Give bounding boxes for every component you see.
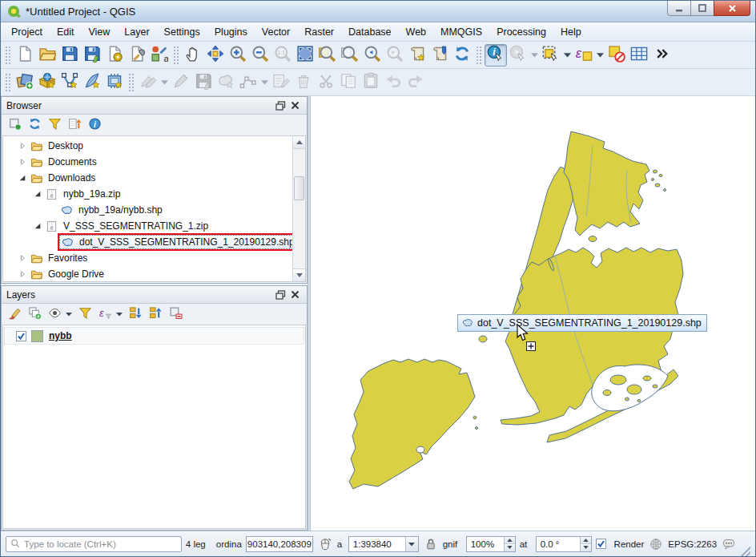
zoom-out-button[interactable] xyxy=(249,44,271,67)
menu-settings[interactable]: Settings xyxy=(157,24,207,40)
menu-database[interactable]: Database xyxy=(341,24,399,40)
filter-by-expression-dropdown-icon[interactable] xyxy=(116,311,124,317)
expanded-arrow-icon[interactable] xyxy=(31,188,44,200)
show-layout-manager-button[interactable] xyxy=(126,44,148,67)
show-spatial-bookmarks-button[interactable] xyxy=(428,44,451,67)
manage-map-themes-dropdown-icon[interactable] xyxy=(66,311,74,317)
open-project-button[interactable] xyxy=(36,44,58,67)
menu-plugins[interactable]: Plugins xyxy=(207,24,255,40)
new-project-button[interactable] xyxy=(14,44,36,67)
save-project-as-button[interactable] xyxy=(81,44,103,67)
browser-item-desktop[interactable]: Desktop xyxy=(3,138,292,154)
select-features-button[interactable] xyxy=(540,44,562,67)
layers-close-button[interactable] xyxy=(288,289,302,301)
browser-item-downloads[interactable]: Downloads xyxy=(3,170,292,186)
toolbar-grip[interactable] xyxy=(5,73,11,92)
expand-all-button[interactable] xyxy=(127,305,144,323)
browser-close-button[interactable] xyxy=(288,99,302,112)
render-checkbox[interactable]: Render xyxy=(596,539,645,549)
scroll-up-icon[interactable] xyxy=(293,136,305,149)
rotation-up-icon[interactable] xyxy=(581,537,591,545)
menu-web[interactable]: Web xyxy=(399,24,433,40)
messages-icon[interactable] xyxy=(721,536,737,552)
minimize-button[interactable] xyxy=(667,1,691,16)
pan-to-selection-button[interactable] xyxy=(204,44,227,67)
select-by-expression-button[interactable]: ε xyxy=(573,44,595,67)
menu-processing[interactable]: Processing xyxy=(489,24,553,40)
expanded-arrow-icon[interactable] xyxy=(16,172,29,184)
lock-scale-icon[interactable] xyxy=(423,536,439,552)
identify-features-button[interactable]: i xyxy=(485,44,507,67)
zoom-to-selection-button[interactable] xyxy=(339,44,361,67)
coordinate-input[interactable]: 903140,208309 xyxy=(246,536,313,552)
new-print-layout-button[interactable] xyxy=(103,44,126,67)
manage-map-themes-button[interactable] xyxy=(46,305,63,323)
filter-browser-button[interactable] xyxy=(46,116,63,134)
refresh-browser-button[interactable] xyxy=(26,116,43,134)
pan-map-button[interactable] xyxy=(182,44,204,67)
crs-globe-icon[interactable] xyxy=(648,536,664,552)
collapse-all-layers-button[interactable] xyxy=(147,305,164,323)
collapsed-arrow-icon[interactable] xyxy=(16,268,29,281)
data-source-manager-button[interactable] xyxy=(14,71,36,94)
menu-mmqgis[interactable]: MMQGIS xyxy=(433,24,489,40)
add-selected-layers-button[interactable] xyxy=(6,116,23,134)
toolbar-grip[interactable] xyxy=(173,46,179,65)
refresh-map-button[interactable] xyxy=(451,44,473,67)
collapsed-arrow-icon[interactable] xyxy=(16,139,29,152)
browser-item-nybb-19a-nybb-shp[interactable]: nybb_19a/nybb.shp xyxy=(3,202,292,218)
zoom-last-button[interactable] xyxy=(361,44,384,67)
toolbar-grip[interactable] xyxy=(476,46,482,65)
expanded-arrow-icon[interactable] xyxy=(31,220,44,232)
render-check-icon[interactable] xyxy=(596,539,606,549)
menu-vector[interactable]: Vector xyxy=(255,24,297,40)
layer-visibility-checkbox[interactable] xyxy=(16,331,26,341)
select-features-dropdown-icon[interactable] xyxy=(562,44,573,67)
enable-properties-widget-button[interactable]: i xyxy=(86,116,103,134)
maximize-button[interactable] xyxy=(691,1,714,16)
collapse-all-button[interactable] xyxy=(66,116,83,134)
magnifier-up-icon[interactable] xyxy=(505,537,515,545)
browser-item-favorites[interactable]: Favorites xyxy=(3,250,292,266)
new-virtual-layer-button[interactable] xyxy=(103,71,126,94)
toolbar-grip[interactable] xyxy=(5,46,11,65)
magnifier-down-icon[interactable] xyxy=(505,544,515,551)
menu-help[interactable]: Help xyxy=(553,24,589,40)
scale-dropdown-icon[interactable] xyxy=(405,537,418,551)
extents-toggle-icon[interactable] xyxy=(317,536,333,552)
toolbar-overflow-button[interactable] xyxy=(650,44,673,67)
remove-layer-button[interactable] xyxy=(167,305,184,323)
browser-item-dot-v-sss-segmentrating-1-20190129-shp[interactable]: dot_V_SSS_SEGMENTRATING_1_20190129.shp xyxy=(3,234,292,250)
new-spatialite-layer-button[interactable] xyxy=(81,71,103,94)
browser-float-button[interactable] xyxy=(273,99,288,112)
rotation-down-icon[interactable] xyxy=(581,544,591,551)
zoom-full-button[interactable] xyxy=(294,44,316,67)
menu-edit[interactable]: Edit xyxy=(50,24,82,40)
browser-item-v-sss-segmentrating-1-zip[interactable]: V_SSS_SEGMENTRATING_1.zip xyxy=(3,218,292,234)
browser-item-nybb-19a-zip[interactable]: nybb_19a.zip xyxy=(3,186,292,202)
map-canvas[interactable]: dot_V_SSS_SEGMENTRATING_1_20190129.shp xyxy=(311,96,755,531)
close-button[interactable] xyxy=(714,1,750,16)
toolbar-grip[interactable] xyxy=(128,73,135,92)
select-by-expression-dropdown-icon[interactable] xyxy=(595,44,605,67)
layer-row-nybb[interactable]: nybb xyxy=(4,327,304,345)
add-group-button[interactable] xyxy=(26,305,43,323)
new-shapefile-layer-button[interactable] xyxy=(58,71,81,94)
deselect-all-button[interactable] xyxy=(605,44,628,67)
zoom-to-layer-button[interactable] xyxy=(316,44,339,67)
titlebar[interactable]: *Untitled Project - QGIS xyxy=(1,1,755,22)
browser-scrollbar[interactable] xyxy=(292,136,305,281)
browser-item-documents[interactable]: Documents xyxy=(3,154,292,170)
rotation-spinner[interactable]: 0.0 ° xyxy=(536,536,592,552)
open-attribute-table-button[interactable] xyxy=(628,44,650,67)
menu-raster[interactable]: Raster xyxy=(297,24,341,40)
zoom-in-button[interactable] xyxy=(227,44,249,67)
menu-view[interactable]: View xyxy=(81,24,117,40)
filter-legend-button[interactable] xyxy=(76,305,94,323)
collapsed-arrow-icon[interactable] xyxy=(16,155,29,168)
crs-status[interactable]: EPSG:2263 xyxy=(668,539,717,549)
scale-combo[interactable]: 1:393840 xyxy=(348,536,419,552)
collapsed-arrow-icon[interactable] xyxy=(16,252,29,264)
style-manager-button[interactable]: a xyxy=(148,44,171,67)
layers-float-button[interactable] xyxy=(273,289,288,301)
